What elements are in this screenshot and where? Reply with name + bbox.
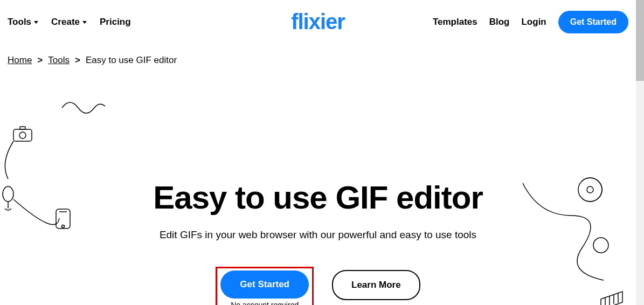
nav-create-label: Create (51, 17, 80, 27)
scrollbar-thumb[interactable] (636, 0, 644, 81)
nav-tools[interactable]: Tools (8, 17, 38, 27)
scrollbar-track[interactable] (636, 0, 644, 305)
page-title: Easy to use GIF editor (0, 179, 636, 216)
nav-right: Templates Blog Login Get Started (433, 11, 628, 33)
nav-templates[interactable]: Templates (433, 17, 477, 27)
learn-more-button[interactable]: Learn More (332, 270, 420, 300)
nav-blog[interactable]: Blog (489, 17, 510, 27)
get-started-button[interactable]: Get Started (558, 11, 628, 33)
header: Tools Create Pricing flixier Templates B… (0, 0, 636, 39)
chevron-right-icon: > (37, 55, 43, 66)
chevron-down-icon (82, 21, 87, 24)
nav-pricing-label: Pricing (100, 17, 131, 27)
breadcrumb-current: Easy to use GIF editor (86, 55, 177, 66)
brand-logo[interactable]: flixier (291, 10, 345, 34)
nav-login[interactable]: Login (521, 17, 546, 27)
nav-pricing[interactable]: Pricing (100, 17, 131, 27)
chevron-down-icon (34, 21, 38, 24)
hero-get-started-button[interactable]: Get Started (220, 271, 309, 299)
nav-left: Tools Create Pricing (8, 17, 131, 27)
chevron-right-icon: > (75, 55, 80, 66)
breadcrumb: Home > Tools > Easy to use GIF editor (0, 39, 636, 66)
nav-tools-label: Tools (8, 17, 31, 27)
highlighted-cta-box: Get Started No account required (216, 267, 314, 305)
hero: Easy to use GIF editor Edit GIFs in your… (0, 66, 636, 305)
nav-login-label: Login (521, 17, 546, 27)
breadcrumb-tools[interactable]: Tools (48, 55, 70, 66)
nav-create[interactable]: Create (51, 17, 87, 27)
cta-note: No account required (231, 301, 299, 305)
nav-blog-label: Blog (489, 17, 510, 27)
breadcrumb-home[interactable]: Home (8, 55, 32, 66)
nav-templates-label: Templates (433, 17, 477, 27)
cta-row: Get Started No account required Learn Mo… (0, 267, 636, 305)
page-subtitle: Edit GIFs in your web browser with our p… (0, 229, 636, 241)
